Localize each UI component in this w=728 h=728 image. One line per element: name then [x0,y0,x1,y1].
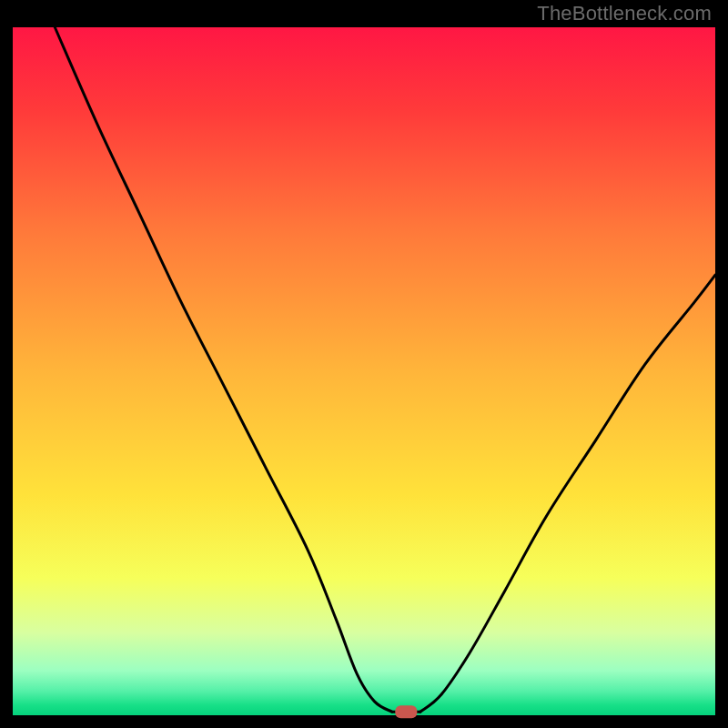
plot-background [13,27,715,715]
watermark-text: TheBottleneck.com [537,2,712,25]
bottleneck-chart [0,0,728,728]
chart-frame: TheBottleneck.com [0,0,728,728]
minimum-marker [395,705,417,718]
